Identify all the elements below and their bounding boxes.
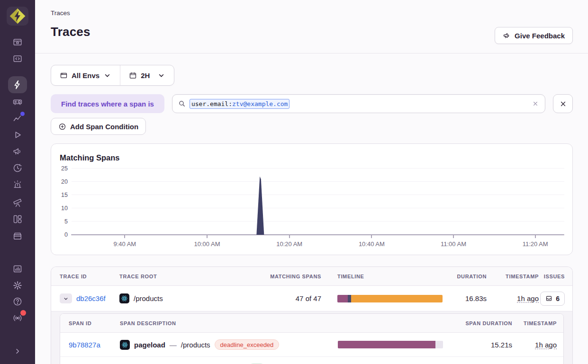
y-axis-label: 20 [61,178,68,185]
span-row: 9b78827a pageload — /products deadline_e… [60,333,563,357]
x-axis-label: 10:00 AM [194,240,220,248]
layout-grid-icon[interactable] [8,211,27,227]
inbox-icon[interactable] [8,34,27,50]
matching-spans-spike [72,169,564,235]
time-range-selector[interactable]: 2H [120,65,174,85]
dash-separator: — [170,341,177,349]
search-icon [178,100,186,107]
page-filter-bar: All Envs 2H [51,65,174,86]
window-icon [60,71,68,80]
help-icon[interactable] [8,293,27,310]
span-op: pageload [134,341,165,349]
broadcast-notification-dot [20,310,26,316]
span-timeline-bar [338,341,443,348]
trace-table: TRACE ID TRACE ROOT MATCHING SPANS TIMEL… [51,266,573,364]
clear-search-icon[interactable] [532,100,539,107]
search-filter-token[interactable]: user.email:ztv@example.com [190,99,290,109]
gear-icon[interactable] [8,277,27,293]
chart-insights-icon[interactable] [8,110,27,126]
col-span-id: SPAN ID [69,320,120,326]
megaphone-icon[interactable] [8,143,27,160]
token-value: ztv@example.com [232,100,288,107]
y-axis-label: 5 [64,218,68,225]
clock-history-icon[interactable] [8,160,27,176]
trace-timeline-bar [337,295,443,302]
x-axis-label: 9:40 AM [113,240,136,248]
span-duration: 15.21s [452,341,512,349]
broadcast-icon[interactable] [8,310,27,326]
telescope-icon[interactable] [8,195,27,211]
archive-box-icon[interactable] [8,228,27,244]
trace-issues-button[interactable]: 6 [540,292,565,306]
trace-root-label: /products [134,294,163,302]
span-table: SPAN ID SPAN DESCRIPTION SPAN DURATION T… [60,313,564,364]
span-status-badge: deadline_exceeded [215,339,280,350]
page-header: Traces Traces Give Feedback [35,0,588,53]
give-feedback-label: Give Feedback [515,32,565,40]
col-span-timestamp: TIMESTAMP [512,320,557,326]
span-description: /products [181,341,210,349]
col-issues: ISSUES [539,274,565,279]
y-axis-label: 25 [61,165,68,172]
col-timestamp: TIMESTAMP [487,274,539,279]
chart-plot: 05101520259:40 AM10:00 AM10:20 AM10:40 A… [72,169,564,235]
expand-chevron-icon[interactable] [8,343,27,359]
col-trace-id: TRACE ID [60,274,119,279]
x-axis-label: 10:40 AM [359,240,385,248]
sentry-logo[interactable] [7,7,28,26]
span-id-link[interactable]: 9b78827a [69,341,100,349]
code-project-icon[interactable] [8,51,27,67]
span-row: b7a7e441 GO http.server — GET /organizat… [60,357,563,364]
matching-spans-panel: Matching Spans 05101520259:40 AM10:00 AM… [51,143,573,255]
col-duration: DURATION [451,274,487,279]
trace-timestamp[interactable]: 1h ago [517,294,539,302]
sentry-logo-icon [8,7,27,26]
x-axis-label: 11:00 AM [441,240,466,248]
play-icon[interactable] [8,127,27,143]
matching-spans-count: 47 of 47 [262,294,337,302]
circled-plus-icon [58,123,66,131]
lightning-icon[interactable] [8,76,27,93]
chevron-down-icon [157,71,165,80]
main-content: Traces Traces Give Feedback All Envs 2H … [35,0,588,364]
issues-count: 6 [556,295,560,302]
col-matching-spans: MATCHING SPANS [262,274,337,279]
remove-condition-button[interactable] [553,94,573,113]
chevron-down-icon [63,295,69,302]
projector-icon[interactable] [8,94,27,110]
react-platform-icon [119,293,129,303]
col-span-duration: SPAN DURATION [452,320,512,326]
give-feedback-button[interactable]: Give Feedback [495,27,573,44]
y-axis-label: 0 [64,231,68,238]
token-key: user.email: [191,100,232,107]
chevron-down-icon [103,71,111,80]
bar-chart-icon[interactable] [8,261,27,277]
y-axis-label: 15 [61,192,68,198]
insights-notification-dot [20,112,25,116]
calendar-icon [129,71,137,80]
trace-table-header: TRACE ID TRACE ROOT MATCHING SPANS TIMEL… [51,267,572,286]
col-trace-root: TRACE ROOT [119,274,262,279]
issues-icon [545,295,552,302]
span-search-input[interactable]: user.email:ztv@example.com [172,94,545,113]
trace-id-link[interactable]: db26c36f [76,294,106,302]
span-table-header: SPAN ID SPAN DESCRIPTION SPAN DURATION T… [60,314,563,333]
trace-row: db26c36f /products 47 of 47 16.83s 1h ag… [51,286,572,311]
trace-duration: 16.83s [451,294,487,302]
environment-selector[interactable]: All Envs [51,65,120,85]
breadcrumb[interactable]: Traces [51,9,573,17]
trace-expanded-region: SPAN ID SPAN DESCRIPTION SPAN DURATION T… [51,311,572,364]
add-span-condition-button[interactable]: Add Span Condition [51,118,146,135]
add-span-condition-label: Add Span Condition [70,123,138,131]
x-axis-label: 10:20 AM [276,240,302,248]
collapse-trace-button[interactable] [60,293,72,303]
span-query-builder: Find traces where a span is user.email:z… [51,94,573,113]
span-timestamp[interactable]: 1h ago [535,341,557,349]
siren-icon[interactable] [8,177,27,193]
megaphone-icon [503,32,511,40]
col-timeline: TIMELINE [337,274,451,279]
time-range-label: 2H [141,71,150,80]
col-span-description: SPAN DESCRIPTION [120,320,338,326]
close-icon [559,100,567,108]
x-axis-label: 11:20 AM [523,240,548,248]
